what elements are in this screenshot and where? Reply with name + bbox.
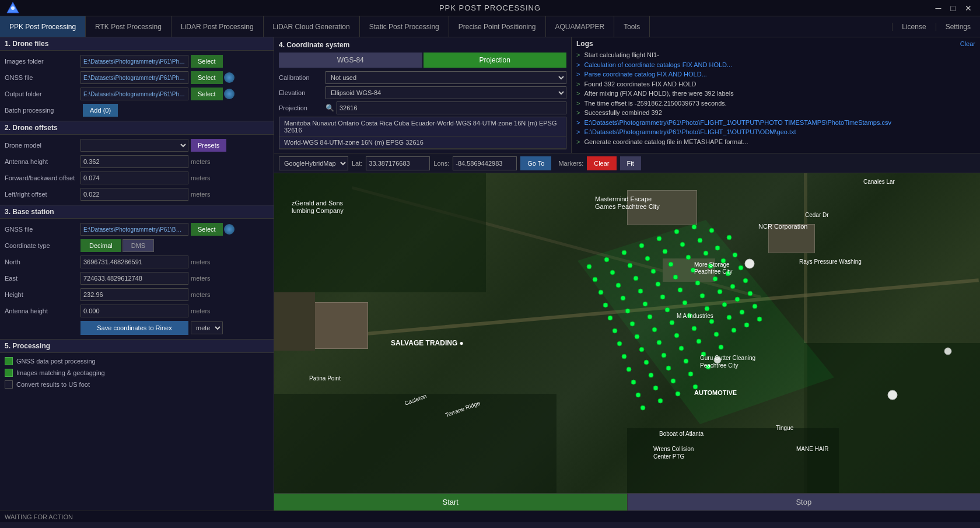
svg-point-7 [657, 236, 662, 241]
output-folder-select-button[interactable]: Select [191, 88, 223, 100]
tab-rtk-post-processing[interactable]: RTK Post Processing [86, 16, 172, 37]
tab-static-post-processing[interactable]: Static Post Processing [360, 16, 449, 37]
projection-option-1[interactable]: Manitoba Nunavut Ontario Costa Rica Cuba… [279, 117, 566, 137]
convert-us-foot-label: Convert results to US foot [16, 381, 90, 388]
output-folder-label: Output folder [5, 90, 80, 97]
gnss-processing-checkbox[interactable] [5, 357, 13, 365]
antenna-height-row: Antenna height meters [0, 153, 274, 170]
tab-lidar-post-processing[interactable]: LiDAR Post Processing [172, 16, 264, 37]
log-entry: > Found 392 coordinates FIX AND HOLD [576, 79, 975, 89]
map-type-select[interactable]: GoogleHybridMap [279, 156, 348, 170]
lon-input[interactable] [453, 156, 517, 170]
map-clear-button[interactable]: Clear [587, 156, 616, 170]
projection-row: Projection 🔍 [279, 102, 566, 114]
wgs84-button[interactable]: WGS-84 [279, 53, 422, 68]
antenna-height-input[interactable] [80, 155, 188, 168]
svg-point-77 [679, 346, 684, 351]
svg-point-13 [610, 270, 615, 275]
svg-point-15 [645, 256, 650, 261]
window-controls[interactable]: ─ □ ✕ [933, 4, 974, 13]
batch-processing-label: Batch processing [5, 107, 80, 114]
base-antenna-height-input[interactable] [80, 305, 188, 317]
base-gnss-input[interactable] [80, 223, 188, 236]
svg-point-1 [11, 6, 15, 10]
svg-point-22 [616, 283, 621, 288]
svg-point-14 [628, 263, 632, 268]
save-coordinates-button[interactable]: Save coordinates to Rinex [80, 321, 188, 335]
minimize-button[interactable]: ─ [933, 4, 944, 13]
drone-gnss-file-input[interactable] [80, 71, 188, 84]
lat-input[interactable] [366, 156, 430, 170]
processing-section: GNSS data post processing Images matchin… [0, 353, 274, 393]
tab-license[interactable]: License [892, 23, 935, 31]
calibration-select[interactable]: Not used [326, 71, 566, 84]
svg-point-23 [634, 276, 638, 281]
images-matching-checkbox[interactable] [5, 369, 13, 377]
height-label: Height [5, 291, 80, 298]
images-folder-select-button[interactable]: Select [191, 55, 223, 68]
svg-point-69 [674, 333, 679, 338]
height-input[interactable] [80, 288, 188, 301]
tab-settings[interactable]: Settings [936, 23, 980, 31]
svg-text:Cedar Dr: Cedar Dr [805, 212, 829, 218]
log-entry[interactable]: > E:\Datasets\Photogrammetry\P61\Photo\F… [576, 118, 975, 128]
projection-option-2[interactable]: World-WGS 84-UTM-zone 16N (m) EPSG 32616 [279, 137, 566, 149]
convert-us-foot-checkbox[interactable] [5, 380, 13, 389]
svg-point-29 [738, 265, 743, 270]
log-entry[interactable]: > E:\Datasets\Photogrammetry\P61\Photo\F… [576, 127, 975, 137]
forward-backward-label: Forward/backward offset [5, 174, 80, 181]
svg-point-43 [678, 288, 682, 292]
svg-text:NCR Corporation: NCR Corporation [758, 223, 807, 230]
tab-right-group: License Settings [892, 16, 980, 37]
goto-button[interactable]: Go To [520, 156, 551, 170]
drone-files-section: Images folder Select GNSS file Select Ou… [0, 51, 274, 121]
fit-button[interactable]: Fit [620, 156, 641, 170]
output-folder-input[interactable] [80, 88, 188, 100]
images-folder-input[interactable] [80, 55, 188, 68]
stop-button[interactable]: Stop [628, 494, 981, 510]
start-button[interactable]: Start [274, 494, 628, 510]
svg-point-60 [670, 320, 674, 325]
north-label: North [5, 258, 80, 265]
tab-precise-point-positioning[interactable]: Precise Point Positioning [449, 16, 546, 37]
base-gnss-select-button[interactable]: Select [191, 223, 223, 236]
svg-point-27 [704, 251, 708, 256]
svg-point-84 [684, 359, 688, 363]
left-right-input[interactable] [80, 188, 188, 201]
north-input[interactable] [80, 256, 188, 268]
antenna-height-unit: meters [191, 158, 214, 165]
log-entry[interactable]: > Calculation of coordinate catalogs FIX… [576, 60, 975, 70]
tab-tools[interactable]: Tools [614, 16, 650, 37]
east-input[interactable] [80, 272, 188, 285]
svg-point-20 [733, 253, 737, 257]
svg-text:Wrens Collision: Wrens Collision [653, 446, 694, 452]
svg-point-45 [713, 277, 718, 281]
coord-type-row: Coordinate type Decimal DMS [0, 237, 274, 254]
map-roads-overlay: zGerald and Sons lumbing Company Masterm… [274, 173, 980, 493]
log-entry[interactable]: > Parse coordinate catalog FIX AND HOLD.… [576, 69, 975, 79]
svg-point-16 [663, 249, 667, 254]
tab-lidar-cloud-generation[interactable]: LiDAR Cloud Generation [264, 16, 360, 37]
drone-model-select[interactable] [80, 139, 188, 152]
drone-gnss-globe-icon [224, 72, 235, 83]
clear-logs-button[interactable]: Clear [960, 40, 975, 47]
elevation-row: Elevation Ellipsoid WGS-84 [279, 86, 566, 99]
batch-add-button[interactable]: Add (0) [83, 104, 118, 117]
tab-ppk-post-processing[interactable]: PPK Post Processing [0, 16, 86, 37]
presets-button[interactable]: Presets [191, 139, 226, 152]
satellite-map[interactable]: zGerald and Sons lumbing Company Masterm… [274, 173, 980, 493]
dms-button[interactable]: DMS [123, 239, 154, 252]
save-unit-select[interactable]: meters [191, 321, 223, 334]
svg-text:MANE HAIR: MANE HAIR [796, 446, 829, 452]
drone-gnss-file-select-button[interactable]: Select [191, 71, 223, 84]
forward-backward-input[interactable] [80, 172, 188, 184]
elevation-select[interactable]: Ellipsoid WGS-84 [326, 86, 566, 99]
svg-point-64 [740, 310, 744, 314]
flight-path-svg: zGerald and Sons lumbing Company Masterm… [274, 173, 980, 493]
close-button[interactable]: ✕ [963, 4, 974, 13]
maximize-button[interactable]: □ [949, 4, 958, 13]
tab-aquamapper[interactable]: AQUAMAPPER [546, 16, 615, 37]
projection-input[interactable] [337, 102, 566, 114]
decimal-button[interactable]: Decimal [80, 239, 121, 252]
projection-button[interactable]: Projection [424, 53, 567, 68]
